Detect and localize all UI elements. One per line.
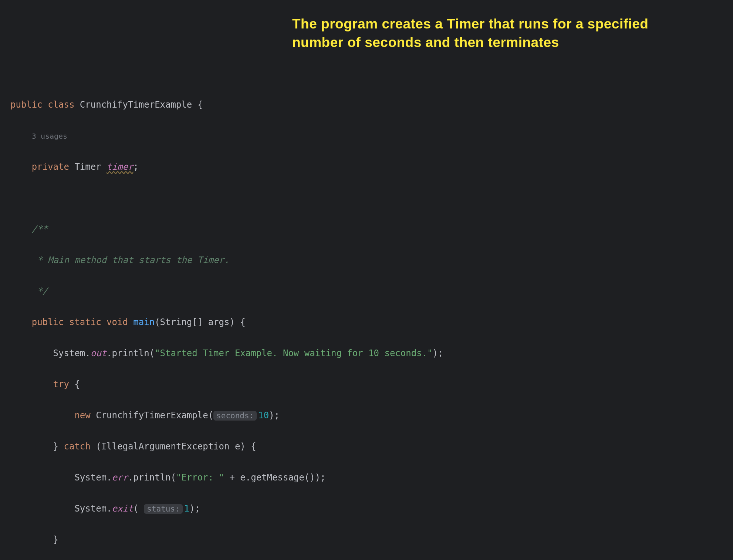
code-line: } catch (IllegalArgumentException e) {	[0, 439, 733, 454]
method-main: main	[133, 317, 155, 327]
method-call: exit	[112, 503, 134, 514]
punc-open: (	[133, 503, 144, 514]
usage-hint-line[interactable]: 3 usages	[0, 128, 733, 144]
javadoc-close: */	[32, 286, 48, 296]
code-line: public static void main(String[] args) {	[0, 314, 733, 330]
method-sig: (String[] args) {	[155, 317, 246, 327]
code-line: private Timer timer;	[0, 159, 733, 175]
sys-ref: System.	[74, 503, 112, 514]
kw-public: public	[32, 317, 64, 327]
blank-line	[0, 190, 733, 206]
sys-ref: System.	[74, 472, 112, 483]
kw-catch: catch	[64, 441, 91, 452]
doc-line: /**	[0, 221, 733, 237]
punc-brace: {	[69, 379, 80, 389]
code-line: public class CrunchifyTimerExample {	[0, 97, 733, 112]
kw-new: new	[74, 410, 90, 421]
string-lit: "Error: "	[176, 472, 224, 483]
kw-class: class	[48, 99, 74, 110]
ctor-call: CrunchifyTimerExample(	[91, 410, 213, 421]
type-ref: Timer	[69, 162, 107, 172]
code-line: System.err.println("Error: " + e.getMess…	[0, 470, 733, 485]
method-call: .println(	[107, 348, 155, 358]
code-line: System.out.println("Started Timer Exampl…	[0, 345, 733, 361]
punc-close: }	[53, 534, 58, 545]
code-line: }	[0, 532, 733, 547]
punc-close: }	[53, 441, 64, 452]
method-call: .println(	[128, 472, 176, 483]
kw-static: static	[69, 317, 101, 327]
punc-end: );	[433, 348, 443, 358]
kw-void: void	[107, 317, 128, 327]
num-lit: 10	[258, 410, 269, 421]
annotation-overlay: The program creates a Timer that runs fo…	[292, 15, 699, 52]
doc-line: */	[0, 283, 733, 299]
string-lit: "Started Timer Example. Now waiting for …	[155, 348, 432, 358]
catch-sig: (IllegalArgumentException e) {	[91, 441, 256, 452]
code-line: System.exit( status:1);	[0, 501, 733, 516]
class-name: CrunchifyTimerExample	[80, 99, 192, 110]
punc-end: );	[189, 503, 200, 514]
expr-rest: + e.getMessage());	[224, 472, 326, 483]
punc-semi: ;	[133, 162, 138, 172]
code-line: try {	[0, 377, 733, 392]
kw-public: public	[10, 99, 43, 110]
usage-count[interactable]: 3 usages	[32, 132, 67, 141]
javadoc-text: * Main method that starts the Timer.	[32, 255, 230, 265]
inlay-hint[interactable]: seconds:	[213, 411, 257, 421]
num-lit: 1	[184, 503, 189, 514]
javadoc-open: /**	[32, 224, 48, 234]
out-ref: out	[91, 348, 107, 358]
punc-brace: {	[192, 99, 203, 110]
code-line: new CrunchifyTimerExample(seconds:10);	[0, 408, 733, 423]
doc-line: * Main method that starts the Timer.	[0, 252, 733, 268]
sys-ref: System.	[53, 348, 91, 358]
kw-try: try	[53, 379, 69, 389]
inlay-hint[interactable]: status:	[144, 504, 183, 514]
punc-end: );	[269, 410, 280, 421]
kw-private: private	[32, 162, 69, 172]
err-ref: err	[112, 472, 128, 483]
field-ref: timer	[107, 162, 133, 172]
